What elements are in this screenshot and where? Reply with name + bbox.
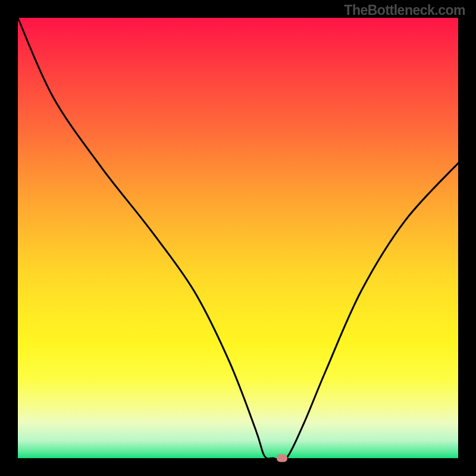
plot-area	[18, 18, 458, 458]
bottleneck-curve-path	[18, 18, 458, 461]
curve-layer	[18, 18, 458, 458]
chart-container: TheBottleneck.com	[0, 0, 476, 476]
attribution-text: TheBottleneck.com	[344, 2, 465, 18]
minimum-marker	[277, 455, 287, 462]
